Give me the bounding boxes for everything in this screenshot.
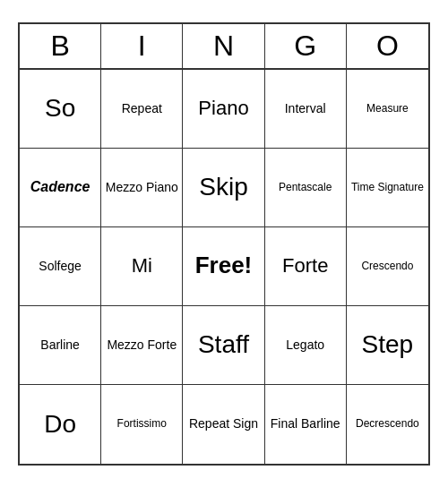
cell-13: Forte <box>265 227 347 306</box>
cell-2: Piano <box>183 70 264 149</box>
cell-22: Repeat Sign <box>183 385 264 464</box>
cell-9: Time Signature <box>347 149 428 227</box>
cell-12: Free! <box>183 227 264 306</box>
cell-8: Pentascale <box>265 149 347 227</box>
cell-24: Decrescendo <box>347 385 428 464</box>
cell-0: So <box>20 70 101 149</box>
header-letter-g: G <box>265 24 347 68</box>
cell-4: Measure <box>347 70 428 149</box>
cell-6: Mezzo Piano <box>101 149 183 227</box>
bingo-grid: SoRepeatPianoIntervalMeasureCadenceMezzo… <box>20 70 428 464</box>
cell-20: Do <box>20 385 101 464</box>
header-letter-n: N <box>183 24 264 68</box>
cell-7: Skip <box>183 149 264 227</box>
cell-5: Cadence <box>20 149 101 227</box>
cell-11: Mi <box>101 227 183 306</box>
cell-1: Repeat <box>101 70 183 149</box>
cell-16: Mezzo Forte <box>101 306 183 385</box>
bingo-header: BINGO <box>20 24 428 70</box>
cell-18: Legato <box>265 306 347 385</box>
bingo-card: BINGO SoRepeatPianoIntervalMeasureCadenc… <box>18 22 430 466</box>
cell-21: Fortissimo <box>101 385 183 464</box>
cell-15: Barline <box>20 306 101 385</box>
header-letter-i: I <box>101 24 183 68</box>
header-letter-b: B <box>20 24 101 68</box>
cell-17: Staff <box>183 306 264 385</box>
header-letter-o: O <box>347 24 428 68</box>
cell-3: Interval <box>265 70 347 149</box>
cell-14: Crescendo <box>347 227 428 306</box>
cell-23: Final Barline <box>265 385 347 464</box>
cell-19: Step <box>347 306 428 385</box>
cell-10: Solfege <box>20 227 101 306</box>
